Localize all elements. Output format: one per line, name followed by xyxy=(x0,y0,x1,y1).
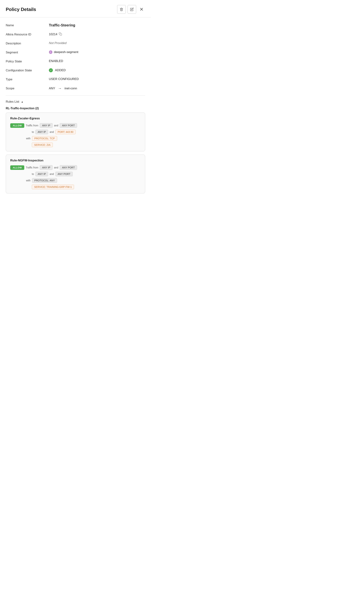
rule2-to-port: ANY PORT xyxy=(55,172,73,176)
rule2-with-text: with xyxy=(26,179,31,182)
rule1-line1: ALLOW Traffic from ANY IP and ANY PORT xyxy=(10,123,141,128)
rule1-line3: with PROTOCOL: TCP xyxy=(26,136,141,141)
resource-id-row: Alkira Resource ID 10214 xyxy=(6,32,145,36)
resource-id-value: 10214 xyxy=(49,32,62,36)
rule2-to-text: to xyxy=(32,173,34,175)
scope-from: ANY xyxy=(49,87,55,90)
trash-icon xyxy=(120,8,123,11)
arrow-icon: → xyxy=(58,86,62,90)
scope-label: Scope xyxy=(6,86,49,90)
scope-row: Scope ANY → inet-conn xyxy=(6,86,145,90)
rule1-from-ip: ANY IP xyxy=(40,123,53,128)
rule2-to-ip: ANY IP xyxy=(35,172,48,176)
edit-button[interactable] xyxy=(127,5,136,14)
type-value: USER CONFIGURED xyxy=(49,77,79,81)
policy-state-value: ENABLED xyxy=(49,59,63,63)
config-state-row: Configuration State ✓ ADDED xyxy=(6,68,145,72)
rule2-body: ALLOW Traffic from ANY IP and ANY PORT t… xyxy=(10,165,141,189)
policy-state-row: Policy State ENABLED xyxy=(6,59,145,63)
resource-id-label: Alkira Resource ID xyxy=(6,32,49,36)
rules-section: Rules List ▲ RL-Traffic-Inspection (2) R… xyxy=(0,100,151,202)
segment-name: deepesh-segment xyxy=(54,50,78,54)
check-icon: ✓ xyxy=(49,68,53,72)
rule2-protocol: PROTOCOL: ANY xyxy=(32,178,57,183)
description-label: Description xyxy=(6,41,49,45)
delete-button[interactable] xyxy=(117,5,126,14)
rule1-to-ip: ANY IP xyxy=(35,130,48,134)
name-value: Traffic-Steering xyxy=(49,23,75,27)
description-row: Description Not Provided xyxy=(6,41,145,45)
rule2-from-ip: ANY IP xyxy=(40,165,53,170)
rule2-from-port: ANY PORT xyxy=(60,165,77,170)
rule1-and2: and xyxy=(50,131,54,133)
rule2-line1: ALLOW Traffic from ANY IP and ANY PORT xyxy=(10,165,141,170)
rule2-service: SERVICE: TRAINING-GRP-FW-1 xyxy=(32,185,74,189)
config-state-value: ✓ ADDED xyxy=(49,68,66,72)
description-value: Not Provided xyxy=(49,41,66,45)
rule2-traffic-text: Traffic from xyxy=(26,166,38,169)
type-label: Type xyxy=(6,77,49,81)
rules-list-name: RL-Traffic-Inspection (2) xyxy=(6,107,145,110)
rule1-allow-badge: ALLOW xyxy=(10,123,24,128)
name-row: Name Traffic-Steering xyxy=(6,23,145,27)
edit-icon xyxy=(130,8,134,11)
rules-list-header[interactable]: Rules List ▲ xyxy=(6,100,145,103)
rule1-service: SERVICE: ZIA xyxy=(32,142,53,147)
rule2-and2: and xyxy=(50,173,54,175)
rule-card-2: Rule-NGFW-Inspection ALLOW Traffic from … xyxy=(6,155,145,193)
details-section: Name Traffic-Steering Alkira Resource ID… xyxy=(0,18,151,90)
resource-id-number: 10214 xyxy=(49,33,57,36)
rules-section-label: Rules List xyxy=(6,100,19,103)
rule1-and1: and xyxy=(54,124,58,127)
segment-label: Segment xyxy=(6,50,49,54)
chevron-up-icon: ▲ xyxy=(21,100,24,103)
panel-header: Policy Details ✕ xyxy=(0,0,151,18)
config-state-label: Configuration State xyxy=(6,68,49,72)
scope-to: inet-conn xyxy=(64,87,77,90)
policy-state-label: Policy State xyxy=(6,59,49,63)
globe-icon xyxy=(49,50,53,54)
close-button[interactable]: ✕ xyxy=(138,6,145,13)
header-actions: ✕ xyxy=(117,5,145,14)
rule1-to-port: PORT: 443 80 xyxy=(55,130,76,134)
rule2-line2: to ANY IP and ANY PORT xyxy=(32,172,141,176)
rule1-to-text: to xyxy=(32,131,34,133)
rule1-with-text: with xyxy=(26,137,31,140)
rule1-line2: to ANY IP and PORT: 443 80 xyxy=(32,130,141,134)
rule2-title: Rule-NGFW-Inspection xyxy=(10,159,141,162)
rule-card-1: Rule-Zscaler-Egress ALLOW Traffic from A… xyxy=(6,112,145,151)
scope-value: ANY → inet-conn xyxy=(49,86,77,90)
rule1-protocol: PROTOCOL: TCP xyxy=(32,136,57,141)
rule1-body: ALLOW Traffic from ANY IP and ANY PORT t… xyxy=(10,123,141,147)
page-title: Policy Details xyxy=(6,7,36,12)
segment-row: Segment deepesh-segment xyxy=(6,50,145,54)
svg-rect-0 xyxy=(60,34,62,35)
rule2-and1: and xyxy=(54,166,58,169)
rule2-line3: with PROTOCOL: ANY xyxy=(26,178,141,183)
rule1-line4: SERVICE: ZIA xyxy=(32,142,141,147)
rule2-allow-badge: ALLOW xyxy=(10,165,24,170)
rule1-traffic-text: Traffic from xyxy=(26,124,38,127)
segment-value: deepesh-segment xyxy=(49,50,78,54)
rule1-from-port: ANY PORT xyxy=(60,123,77,128)
rule1-title: Rule-Zscaler-Egress xyxy=(10,117,141,120)
rule2-line4: SERVICE: TRAINING-GRP-FW-1 xyxy=(32,185,141,189)
copy-icon[interactable] xyxy=(59,32,62,36)
type-row: Type USER CONFIGURED xyxy=(6,77,145,81)
name-label: Name xyxy=(6,23,49,27)
